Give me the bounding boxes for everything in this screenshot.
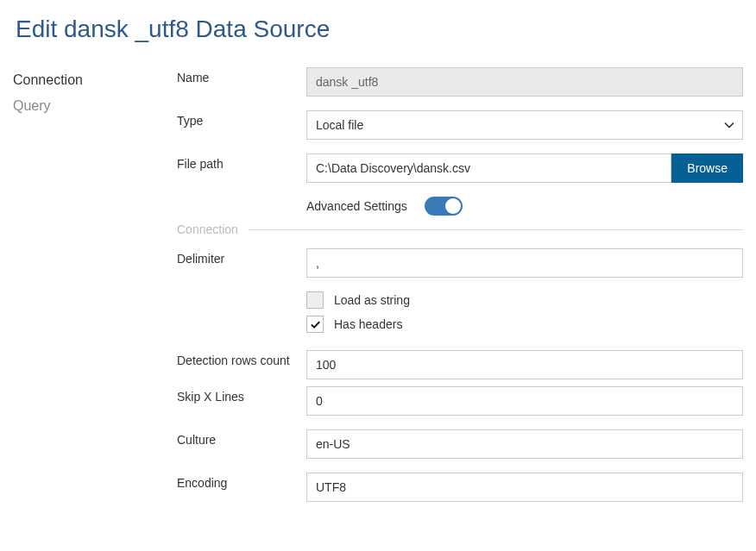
label-culture: Culture xyxy=(177,429,306,447)
tab-query[interactable]: Query xyxy=(13,93,177,119)
has-headers-checkbox[interactable] xyxy=(306,316,324,333)
detection-rows-input[interactable] xyxy=(306,350,743,379)
toggle-knob xyxy=(445,198,461,214)
tabs-list: Connection Query xyxy=(13,67,177,516)
label-advanced-settings: Advanced Settings xyxy=(306,199,407,213)
skip-lines-input[interactable] xyxy=(306,386,743,416)
label-name: Name xyxy=(177,67,306,85)
form-panel: Name Type Local file File path Browse Ad… xyxy=(177,67,743,516)
advanced-settings-toggle[interactable] xyxy=(425,197,463,216)
load-as-string-checkbox[interactable] xyxy=(306,291,324,309)
label-file-path: File path xyxy=(177,153,306,171)
type-select[interactable]: Local file xyxy=(306,110,743,140)
section-connection-header: Connection xyxy=(177,222,743,236)
encoding-input[interactable] xyxy=(306,473,743,502)
page-title: Edit dansk _utf8 Data Source xyxy=(16,16,743,43)
tab-connection[interactable]: Connection xyxy=(13,67,177,93)
label-detection-rows: Detection rows count xyxy=(177,350,306,367)
label-skip-lines: Skip X Lines xyxy=(177,386,306,404)
name-field xyxy=(306,67,743,97)
label-load-as-string: Load as string xyxy=(334,293,410,307)
label-type: Type xyxy=(177,110,306,128)
browse-button[interactable]: Browse xyxy=(671,153,743,183)
label-delimiter: Delimiter xyxy=(177,248,306,266)
label-has-headers: Has headers xyxy=(334,317,402,331)
label-encoding: Encoding xyxy=(177,473,306,490)
culture-input[interactable] xyxy=(306,429,743,459)
check-icon xyxy=(310,319,321,330)
file-path-input[interactable] xyxy=(306,153,671,183)
delimiter-input[interactable] xyxy=(306,248,743,278)
